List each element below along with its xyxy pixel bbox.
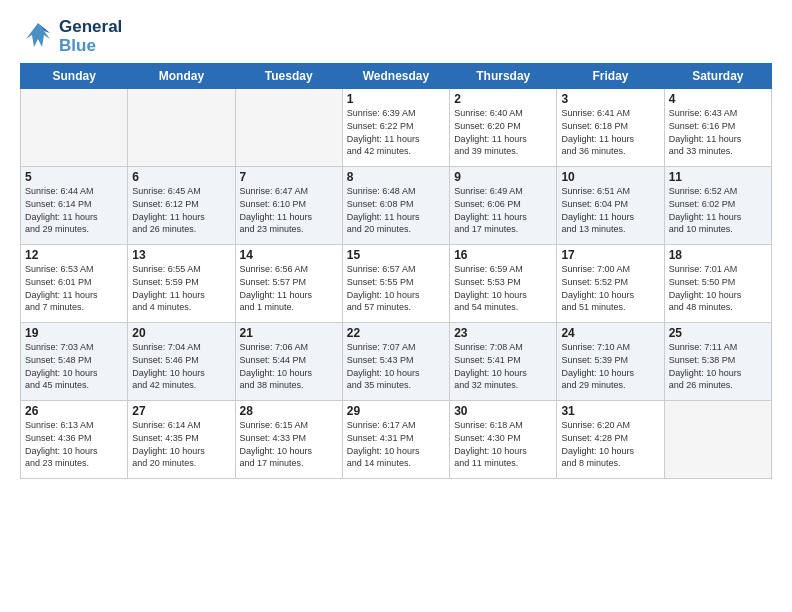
day-info-4: Sunrise: 6:43 AM Sunset: 6:16 PM Dayligh… — [669, 107, 767, 157]
calendar-cell-w1-d5: 3Sunrise: 6:41 AM Sunset: 6:18 PM Daylig… — [557, 89, 664, 167]
calendar-cell-w5-d6 — [664, 401, 771, 479]
svg-marker-0 — [26, 23, 50, 47]
day-number-21: 21 — [240, 326, 338, 340]
header-thursday: Thursday — [450, 64, 557, 89]
week-row-5: 26Sunrise: 6:13 AM Sunset: 4:36 PM Dayli… — [21, 401, 772, 479]
calendar-cell-w2-d5: 10Sunrise: 6:51 AM Sunset: 6:04 PM Dayli… — [557, 167, 664, 245]
day-info-1: Sunrise: 6:39 AM Sunset: 6:22 PM Dayligh… — [347, 107, 445, 157]
day-number-29: 29 — [347, 404, 445, 418]
day-number-17: 17 — [561, 248, 659, 262]
logo-container: General Blue — [20, 18, 122, 55]
calendar-cell-w4-d0: 19Sunrise: 7:03 AM Sunset: 5:48 PM Dayli… — [21, 323, 128, 401]
day-number-22: 22 — [347, 326, 445, 340]
day-number-11: 11 — [669, 170, 767, 184]
calendar-cell-w3-d5: 17Sunrise: 7:00 AM Sunset: 5:52 PM Dayli… — [557, 245, 664, 323]
day-number-28: 28 — [240, 404, 338, 418]
calendar-cell-w5-d0: 26Sunrise: 6:13 AM Sunset: 4:36 PM Dayli… — [21, 401, 128, 479]
calendar-cell-w4-d2: 21Sunrise: 7:06 AM Sunset: 5:44 PM Dayli… — [235, 323, 342, 401]
calendar-cell-w3-d2: 14Sunrise: 6:56 AM Sunset: 5:57 PM Dayli… — [235, 245, 342, 323]
calendar-table: Sunday Monday Tuesday Wednesday Thursday… — [20, 63, 772, 479]
week-row-4: 19Sunrise: 7:03 AM Sunset: 5:48 PM Dayli… — [21, 323, 772, 401]
day-number-14: 14 — [240, 248, 338, 262]
calendar-cell-w2-d3: 8Sunrise: 6:48 AM Sunset: 6:08 PM Daylig… — [342, 167, 449, 245]
calendar-cell-w3-d6: 18Sunrise: 7:01 AM Sunset: 5:50 PM Dayli… — [664, 245, 771, 323]
logo-blue: Blue — [59, 37, 122, 56]
logo-text-block: General Blue — [59, 18, 122, 55]
day-info-20: Sunrise: 7:04 AM Sunset: 5:46 PM Dayligh… — [132, 341, 230, 391]
calendar-cell-w4-d1: 20Sunrise: 7:04 AM Sunset: 5:46 PM Dayli… — [128, 323, 235, 401]
calendar-cell-w1-d1 — [128, 89, 235, 167]
day-number-12: 12 — [25, 248, 123, 262]
day-info-15: Sunrise: 6:57 AM Sunset: 5:55 PM Dayligh… — [347, 263, 445, 313]
day-info-23: Sunrise: 7:08 AM Sunset: 5:41 PM Dayligh… — [454, 341, 552, 391]
calendar-cell-w1-d3: 1Sunrise: 6:39 AM Sunset: 6:22 PM Daylig… — [342, 89, 449, 167]
week-row-1: 1Sunrise: 6:39 AM Sunset: 6:22 PM Daylig… — [21, 89, 772, 167]
day-info-6: Sunrise: 6:45 AM Sunset: 6:12 PM Dayligh… — [132, 185, 230, 235]
calendar-cell-w5-d3: 29Sunrise: 6:17 AM Sunset: 4:31 PM Dayli… — [342, 401, 449, 479]
day-info-19: Sunrise: 7:03 AM Sunset: 5:48 PM Dayligh… — [25, 341, 123, 391]
day-number-30: 30 — [454, 404, 552, 418]
day-info-3: Sunrise: 6:41 AM Sunset: 6:18 PM Dayligh… — [561, 107, 659, 157]
day-number-2: 2 — [454, 92, 552, 106]
day-info-11: Sunrise: 6:52 AM Sunset: 6:02 PM Dayligh… — [669, 185, 767, 235]
day-number-1: 1 — [347, 92, 445, 106]
logo: General Blue — [20, 18, 122, 55]
weekday-header-row: Sunday Monday Tuesday Wednesday Thursday… — [21, 64, 772, 89]
day-info-7: Sunrise: 6:47 AM Sunset: 6:10 PM Dayligh… — [240, 185, 338, 235]
calendar-cell-w2-d6: 11Sunrise: 6:52 AM Sunset: 6:02 PM Dayli… — [664, 167, 771, 245]
calendar-cell-w2-d0: 5Sunrise: 6:44 AM Sunset: 6:14 PM Daylig… — [21, 167, 128, 245]
calendar-cell-w3-d4: 16Sunrise: 6:59 AM Sunset: 5:53 PM Dayli… — [450, 245, 557, 323]
day-number-31: 31 — [561, 404, 659, 418]
week-row-2: 5Sunrise: 6:44 AM Sunset: 6:14 PM Daylig… — [21, 167, 772, 245]
header-saturday: Saturday — [664, 64, 771, 89]
day-info-29: Sunrise: 6:17 AM Sunset: 4:31 PM Dayligh… — [347, 419, 445, 469]
calendar-cell-w5-d5: 31Sunrise: 6:20 AM Sunset: 4:28 PM Dayli… — [557, 401, 664, 479]
day-number-6: 6 — [132, 170, 230, 184]
calendar-cell-w4-d3: 22Sunrise: 7:07 AM Sunset: 5:43 PM Dayli… — [342, 323, 449, 401]
day-info-31: Sunrise: 6:20 AM Sunset: 4:28 PM Dayligh… — [561, 419, 659, 469]
logo-graphic — [20, 19, 56, 55]
calendar-cell-w2-d1: 6Sunrise: 6:45 AM Sunset: 6:12 PM Daylig… — [128, 167, 235, 245]
header: General Blue — [20, 18, 772, 55]
calendar-cell-w5-d2: 28Sunrise: 6:15 AM Sunset: 4:33 PM Dayli… — [235, 401, 342, 479]
calendar-cell-w3-d0: 12Sunrise: 6:53 AM Sunset: 6:01 PM Dayli… — [21, 245, 128, 323]
day-number-27: 27 — [132, 404, 230, 418]
week-row-3: 12Sunrise: 6:53 AM Sunset: 6:01 PM Dayli… — [21, 245, 772, 323]
calendar-cell-w2-d4: 9Sunrise: 6:49 AM Sunset: 6:06 PM Daylig… — [450, 167, 557, 245]
calendar-cell-w4-d4: 23Sunrise: 7:08 AM Sunset: 5:41 PM Dayli… — [450, 323, 557, 401]
calendar-page: General Blue Sunday Monday Tuesday Wedne… — [0, 0, 792, 612]
calendar-cell-w3-d3: 15Sunrise: 6:57 AM Sunset: 5:55 PM Dayli… — [342, 245, 449, 323]
calendar-cell-w1-d4: 2Sunrise: 6:40 AM Sunset: 6:20 PM Daylig… — [450, 89, 557, 167]
day-number-7: 7 — [240, 170, 338, 184]
day-number-3: 3 — [561, 92, 659, 106]
day-number-19: 19 — [25, 326, 123, 340]
day-number-24: 24 — [561, 326, 659, 340]
day-info-25: Sunrise: 7:11 AM Sunset: 5:38 PM Dayligh… — [669, 341, 767, 391]
day-number-23: 23 — [454, 326, 552, 340]
day-number-13: 13 — [132, 248, 230, 262]
calendar-cell-w4-d6: 25Sunrise: 7:11 AM Sunset: 5:38 PM Dayli… — [664, 323, 771, 401]
day-number-5: 5 — [25, 170, 123, 184]
logo-svg — [20, 19, 56, 55]
calendar-cell-w5-d4: 30Sunrise: 6:18 AM Sunset: 4:30 PM Dayli… — [450, 401, 557, 479]
day-info-17: Sunrise: 7:00 AM Sunset: 5:52 PM Dayligh… — [561, 263, 659, 313]
day-info-24: Sunrise: 7:10 AM Sunset: 5:39 PM Dayligh… — [561, 341, 659, 391]
day-info-28: Sunrise: 6:15 AM Sunset: 4:33 PM Dayligh… — [240, 419, 338, 469]
day-info-14: Sunrise: 6:56 AM Sunset: 5:57 PM Dayligh… — [240, 263, 338, 313]
day-number-10: 10 — [561, 170, 659, 184]
header-wednesday: Wednesday — [342, 64, 449, 89]
day-info-30: Sunrise: 6:18 AM Sunset: 4:30 PM Dayligh… — [454, 419, 552, 469]
day-info-26: Sunrise: 6:13 AM Sunset: 4:36 PM Dayligh… — [25, 419, 123, 469]
day-number-18: 18 — [669, 248, 767, 262]
day-number-25: 25 — [669, 326, 767, 340]
day-number-8: 8 — [347, 170, 445, 184]
day-info-9: Sunrise: 6:49 AM Sunset: 6:06 PM Dayligh… — [454, 185, 552, 235]
day-info-2: Sunrise: 6:40 AM Sunset: 6:20 PM Dayligh… — [454, 107, 552, 157]
day-info-12: Sunrise: 6:53 AM Sunset: 6:01 PM Dayligh… — [25, 263, 123, 313]
day-number-26: 26 — [25, 404, 123, 418]
day-info-18: Sunrise: 7:01 AM Sunset: 5:50 PM Dayligh… — [669, 263, 767, 313]
day-number-16: 16 — [454, 248, 552, 262]
day-number-15: 15 — [347, 248, 445, 262]
day-info-21: Sunrise: 7:06 AM Sunset: 5:44 PM Dayligh… — [240, 341, 338, 391]
day-info-16: Sunrise: 6:59 AM Sunset: 5:53 PM Dayligh… — [454, 263, 552, 313]
